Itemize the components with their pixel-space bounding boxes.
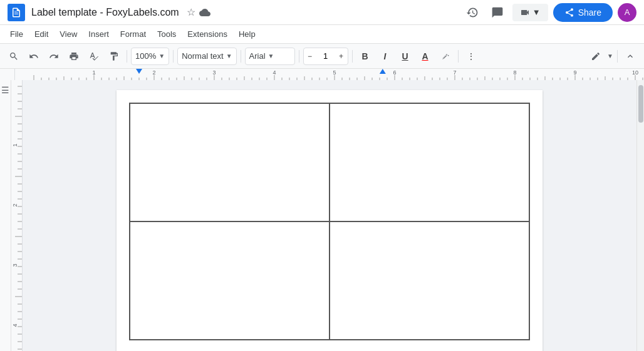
menu-file[interactable]: File xyxy=(5,27,28,41)
menu-edit[interactable]: Edit xyxy=(29,27,53,41)
zoom-control[interactable]: 100% ▼ xyxy=(131,48,169,65)
print-button[interactable] xyxy=(65,48,83,65)
toolbar-divider-3 xyxy=(241,50,241,63)
label-grid xyxy=(129,103,530,340)
highlight-button[interactable] xyxy=(437,48,454,65)
font-size-control: − + xyxy=(303,48,348,65)
toolbar: 100% ▼ Normal text ▼ Arial ▼ − + B I U A xyxy=(0,44,644,69)
toolbar-right: ▼ xyxy=(587,48,639,65)
zoom-dropdown-icon: ▼ xyxy=(158,53,165,59)
search-button[interactable] xyxy=(5,48,23,65)
text-color-button[interactable]: A xyxy=(417,48,434,65)
user-avatar[interactable]: A xyxy=(618,3,636,22)
scrollbar-vertical[interactable] xyxy=(636,80,644,351)
comments-icon[interactable] xyxy=(487,3,507,23)
main-area: ☰ xyxy=(0,80,644,351)
document-title: Label template - FoxyLabels.com xyxy=(31,7,179,18)
ruler-row xyxy=(0,69,644,80)
toolbar-divider-4 xyxy=(299,50,299,63)
label-cell-4[interactable] xyxy=(330,221,529,340)
menu-insert[interactable]: Insert xyxy=(83,27,114,41)
text-style-select[interactable]: Normal text ▼ xyxy=(177,48,236,65)
document-page xyxy=(117,90,543,351)
collapse-toolbar-button[interactable] xyxy=(621,48,639,65)
menu-bar: File Edit View Insert Format Tools Exten… xyxy=(0,25,644,44)
menu-format[interactable]: Format xyxy=(115,27,151,41)
toolbar-divider-6 xyxy=(458,50,459,63)
text-color-icon: A xyxy=(422,51,428,61)
italic-button[interactable]: I xyxy=(377,48,394,65)
underline-button[interactable]: U xyxy=(397,48,414,65)
spellcheck-button[interactable] xyxy=(85,48,103,65)
text-style-value: Normal text xyxy=(182,51,223,61)
zoom-value: 100% xyxy=(135,51,156,61)
font-dropdown-icon: ▼ xyxy=(268,53,274,59)
font-size-increase[interactable]: + xyxy=(335,48,348,65)
edit-mode-button[interactable] xyxy=(587,48,605,65)
title-icons: ☆ xyxy=(187,6,210,18)
star-icon[interactable]: ☆ xyxy=(187,6,195,18)
share-button[interactable]: Share xyxy=(553,3,613,22)
toolbar-divider-7 xyxy=(617,50,618,63)
font-size-decrease[interactable]: − xyxy=(304,48,316,65)
paint-format-button[interactable] xyxy=(105,48,123,65)
menu-tools[interactable]: Tools xyxy=(152,27,181,41)
ruler-corner xyxy=(0,69,15,80)
share-label: Share xyxy=(578,8,601,18)
outline-panel: ☰ xyxy=(0,80,11,351)
menu-extensions[interactable]: Extensions xyxy=(182,27,232,41)
label-cell-2[interactable] xyxy=(330,103,529,221)
menu-view[interactable]: View xyxy=(55,27,82,41)
undo-button[interactable] xyxy=(25,48,43,65)
toolbar-divider-2 xyxy=(173,50,174,63)
history-icon[interactable] xyxy=(462,3,482,23)
text-style-dropdown-icon: ▼ xyxy=(226,53,232,59)
menu-help[interactable]: Help xyxy=(234,27,261,41)
label-cell-3[interactable] xyxy=(130,221,330,340)
more-options-button[interactable]: ⋮ xyxy=(462,48,480,65)
toolbar-divider-5 xyxy=(352,50,353,63)
font-value: Arial xyxy=(249,51,266,61)
cloud-save-icon[interactable] xyxy=(199,7,210,18)
edit-mode-dropdown[interactable]: ▼ xyxy=(607,53,613,59)
app-icon xyxy=(8,4,25,21)
redo-button[interactable] xyxy=(45,48,63,65)
header-right: ▼ Share A xyxy=(462,3,636,23)
meet-label: ▼ xyxy=(532,8,541,17)
ruler-vertical xyxy=(11,80,23,351)
bold-button[interactable]: B xyxy=(356,48,374,65)
outline-icon[interactable]: ☰ xyxy=(1,85,9,95)
title-bar: Label template - FoxyLabels.com ☆ ▼ xyxy=(0,0,644,25)
document-viewport[interactable] xyxy=(23,80,636,351)
font-size-input[interactable] xyxy=(316,51,335,61)
ruler-horizontal xyxy=(15,69,644,80)
font-select[interactable]: Arial ▼ xyxy=(245,48,295,65)
meet-button[interactable]: ▼ xyxy=(512,4,548,21)
scrollbar-thumb[interactable] xyxy=(638,85,643,123)
toolbar-divider-1 xyxy=(127,50,127,63)
label-cell-1[interactable] xyxy=(130,103,330,221)
